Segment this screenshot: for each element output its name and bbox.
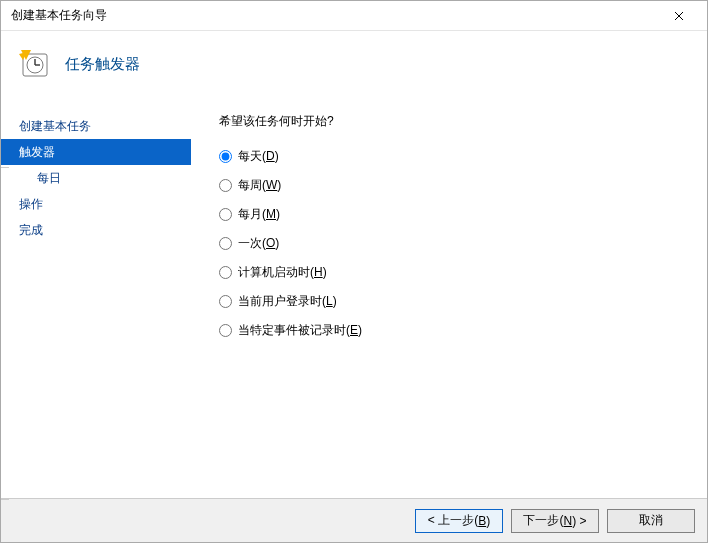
trigger-option-label: 每周(W) xyxy=(238,177,281,194)
trigger-option-label: 当前用户登录时(L) xyxy=(238,293,337,310)
wizard-step-label: 每日 xyxy=(37,171,61,185)
wizard-body: 创建基本任务触发器每日操作完成 希望该任务何时开始? 每天(D)每周(W)每月(… xyxy=(1,97,707,498)
trigger-radio[interactable] xyxy=(219,324,232,337)
trigger-radio[interactable] xyxy=(219,208,232,221)
trigger-radio[interactable] xyxy=(219,150,232,163)
window-title: 创建基本任务向导 xyxy=(11,7,659,24)
wizard-step[interactable]: 操作 xyxy=(1,191,191,217)
trigger-option-label: 计算机启动时(H) xyxy=(238,264,327,281)
decorative-edge xyxy=(1,167,9,168)
trigger-option[interactable]: 一次(O) xyxy=(219,235,707,252)
trigger-option[interactable]: 每周(W) xyxy=(219,177,707,194)
wizard-step-label: 操作 xyxy=(19,197,43,211)
wizard-step-label: 触发器 xyxy=(19,145,55,159)
page-title: 任务触发器 xyxy=(65,55,140,74)
trigger-option[interactable]: 每天(D) xyxy=(219,148,707,165)
trigger-option-label: 一次(O) xyxy=(238,235,279,252)
decorative-edge xyxy=(1,499,9,500)
close-button[interactable] xyxy=(659,2,699,30)
titlebar: 创建基本任务向导 xyxy=(1,1,707,31)
wizard-main: 希望该任务何时开始? 每天(D)每周(W)每月(M)一次(O)计算机启动时(H)… xyxy=(191,113,707,498)
wizard-window: 创建基本任务向导 任务触发器 创建基本任务触发器每日操作完成 希望该任务何时开始… xyxy=(0,0,708,543)
next-button[interactable]: 下一步(N) > xyxy=(511,509,599,533)
wizard-icon xyxy=(19,48,51,80)
back-button[interactable]: < 上一步(B) xyxy=(415,509,503,533)
trigger-option[interactable]: 当前用户登录时(L) xyxy=(219,293,707,310)
wizard-step[interactable]: 创建基本任务 xyxy=(1,113,191,139)
trigger-option[interactable]: 当特定事件被记录时(E) xyxy=(219,322,707,339)
trigger-option[interactable]: 每月(M) xyxy=(219,206,707,223)
trigger-radio[interactable] xyxy=(219,237,232,250)
wizard-step[interactable]: 每日 xyxy=(1,165,191,191)
trigger-prompt: 希望该任务何时开始? xyxy=(219,113,707,130)
trigger-option[interactable]: 计算机启动时(H) xyxy=(219,264,707,281)
wizard-steps-sidebar: 创建基本任务触发器每日操作完成 xyxy=(1,113,191,498)
trigger-radio[interactable] xyxy=(219,179,232,192)
cancel-button[interactable]: 取消 xyxy=(607,509,695,533)
wizard-footer: < 上一步(B) 下一步(N) > 取消 xyxy=(1,498,707,542)
wizard-step-label: 创建基本任务 xyxy=(19,119,91,133)
trigger-option-label: 每月(M) xyxy=(238,206,280,223)
wizard-step[interactable]: 触发器 xyxy=(1,139,191,165)
trigger-radio[interactable] xyxy=(219,295,232,308)
trigger-options: 每天(D)每周(W)每月(M)一次(O)计算机启动时(H)当前用户登录时(L)当… xyxy=(219,148,707,339)
close-icon xyxy=(674,8,684,24)
wizard-step-label: 完成 xyxy=(19,223,43,237)
wizard-step[interactable]: 完成 xyxy=(1,217,191,243)
wizard-header: 任务触发器 xyxy=(1,31,707,97)
trigger-option-label: 当特定事件被记录时(E) xyxy=(238,322,362,339)
trigger-option-label: 每天(D) xyxy=(238,148,279,165)
trigger-radio[interactable] xyxy=(219,266,232,279)
